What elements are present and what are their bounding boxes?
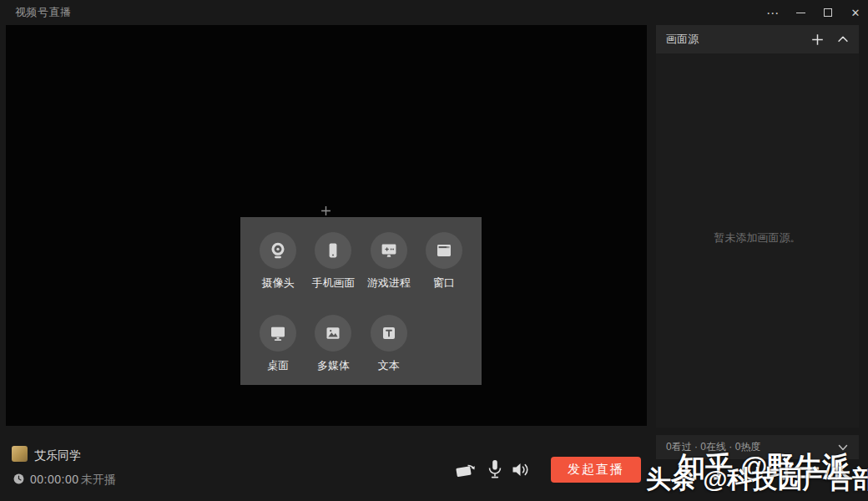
collapse-chevron-up-icon[interactable] (836, 33, 849, 46)
phone-icon (315, 232, 351, 269)
source-option-camera[interactable]: 摄像头 (250, 232, 305, 302)
start-live-button[interactable]: 发起直播 (551, 457, 641, 483)
titlebar: 视频号直播 ⋯ ✕ (0, 0, 868, 25)
sources-sidebar-header: 画面源 (656, 25, 859, 53)
source-option-text[interactable]: 文本 (361, 315, 416, 385)
audience-stats-bar[interactable]: 0看过 · 0在线 · 0热度 (656, 435, 859, 459)
sources-list-empty-state: 暂未添加画面源。 (656, 53, 859, 428)
source-option-label: 摄像头 (262, 276, 295, 291)
source-option-label: 文本 (378, 358, 400, 373)
source-option-label: 多媒体 (317, 358, 350, 373)
clock-icon (13, 473, 24, 484)
maximize-icon[interactable] (822, 0, 834, 25)
window-icon (426, 232, 462, 269)
app-window: 视频号直播 ⋯ ✕ 摄像头 (0, 0, 868, 501)
close-icon[interactable]: ✕ (850, 0, 861, 25)
desktop-icon (260, 315, 296, 352)
more-menu-icon[interactable]: ⋯ (767, 0, 779, 25)
add-source-icon[interactable] (811, 33, 824, 46)
toutiao-watermark: 头条 @科技园广告部 (646, 463, 868, 497)
multimedia-icon (315, 315, 351, 352)
source-option-desktop[interactable]: 桌面 (250, 315, 305, 385)
microphone-icon[interactable] (487, 458, 503, 480)
source-option-game-process[interactable]: 游戏进程 (361, 232, 416, 302)
source-option-label: 游戏进程 (367, 276, 411, 291)
screen-share-rotate-icon[interactable] (455, 460, 478, 480)
source-option-phone-screen[interactable]: 手机画面 (305, 232, 361, 302)
speaker-icon[interactable] (510, 460, 530, 479)
avatar (12, 446, 28, 462)
source-option-multimedia[interactable]: 多媒体 (305, 315, 361, 385)
source-option-label: 手机画面 (311, 276, 355, 291)
audience-stats-text: 0看过 · 0在线 · 0热度 (666, 440, 760, 454)
source-picker-panel: 摄像头 手机画面 游戏进程 (240, 217, 482, 385)
webcam-icon (260, 232, 296, 269)
app-title: 视频号直播 (15, 5, 72, 20)
window-controls: ⋯ ✕ (767, 0, 861, 25)
username: 艾乐同学 (34, 448, 81, 463)
empty-sources-message: 暂未添加画面源。 (656, 53, 859, 245)
sources-sidebar-title: 画面源 (666, 32, 699, 47)
minimize-icon[interactable] (795, 0, 806, 25)
source-option-label: 桌面 (267, 358, 289, 373)
stream-timer: 00:00:00 (30, 473, 79, 486)
game-process-icon (371, 232, 407, 269)
text-icon (371, 315, 407, 352)
source-option-window[interactable]: 窗口 (416, 232, 472, 302)
expand-chevron-down-icon[interactable] (837, 442, 849, 453)
sources-sidebar: 画面源 暂未添加画面源。 (656, 25, 859, 428)
live-status-label: 未开播 (81, 473, 116, 488)
add-source-plus-icon[interactable] (320, 205, 332, 217)
source-option-label: 窗口 (433, 276, 455, 291)
